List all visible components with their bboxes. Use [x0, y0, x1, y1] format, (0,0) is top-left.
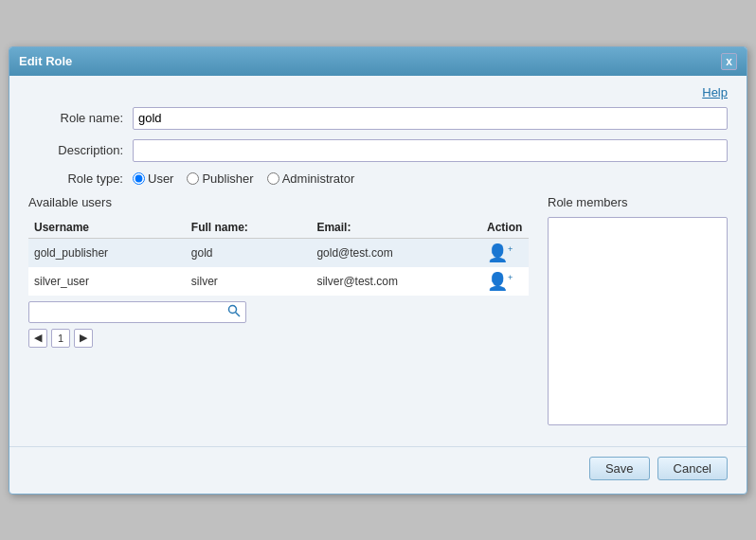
- prev-page-button[interactable]: ◀: [28, 329, 47, 348]
- cell-username: gold_publisher: [28, 238, 186, 267]
- add-user-icon[interactable]: 👤+: [487, 272, 513, 291]
- radio-user[interactable]: [133, 172, 145, 185]
- cancel-button[interactable]: Cancel: [657, 457, 728, 480]
- role-type-row: Role type: User Publisher Administrator: [28, 171, 728, 186]
- table-row: silver_user silver silver@test.com 👤+: [28, 267, 529, 296]
- dialog-title: Edit Role: [19, 54, 72, 68]
- radio-publisher[interactable]: [187, 172, 199, 185]
- col-action: Action: [481, 217, 529, 239]
- help-link[interactable]: Help: [702, 85, 728, 99]
- right-panel: Role members: [548, 195, 728, 425]
- role-type-administrator-label: Administrator: [282, 171, 355, 186]
- cell-username: silver_user: [28, 267, 186, 296]
- cell-email: silver@test.com: [311, 267, 481, 296]
- description-row: Description:: [28, 139, 728, 162]
- role-name-input[interactable]: [133, 107, 728, 130]
- role-members-title: Role members: [548, 195, 728, 209]
- left-panel: Available users Username Full name: Emai…: [28, 195, 529, 425]
- role-name-row: Role name:: [28, 107, 728, 130]
- search-input[interactable]: [29, 302, 223, 321]
- add-user-icon[interactable]: 👤+: [487, 243, 513, 262]
- role-type-user-label: User: [148, 171, 173, 186]
- col-username: Username: [28, 217, 186, 239]
- dialog-titlebar: Edit Role x: [9, 47, 747, 76]
- close-button[interactable]: x: [721, 53, 737, 70]
- cell-action: 👤+: [481, 267, 529, 296]
- role-name-label: Role name:: [28, 111, 133, 125]
- save-button[interactable]: Save: [589, 457, 650, 480]
- edit-role-dialog: Edit Role x Help Role name: Description:…: [9, 46, 747, 495]
- role-type-administrator[interactable]: Administrator: [267, 171, 355, 186]
- role-type-group: User Publisher Administrator: [133, 171, 354, 186]
- users-table: Username Full name: Email: Action gold_p…: [28, 217, 529, 296]
- table-header-row: Username Full name: Email: Action: [28, 217, 529, 239]
- cell-email: gold@test.com: [311, 238, 481, 267]
- dialog-footer: Save Cancel: [9, 446, 747, 494]
- cell-fullname: gold: [186, 238, 312, 267]
- description-label: Description:: [28, 143, 133, 157]
- search-button[interactable]: [223, 302, 245, 322]
- content-area: Available users Username Full name: Emai…: [28, 195, 728, 425]
- role-members-box: [548, 217, 728, 425]
- cell-fullname: silver: [186, 267, 312, 296]
- search-icon: [227, 304, 241, 317]
- role-type-user[interactable]: User: [133, 171, 173, 186]
- svg-line-1: [236, 312, 241, 316]
- pagination: ◀ 1 ▶: [28, 329, 529, 348]
- role-type-publisher-label: Publisher: [202, 171, 253, 186]
- col-email: Email:: [311, 217, 481, 239]
- role-type-publisher[interactable]: Publisher: [187, 171, 253, 186]
- role-type-label: Role type:: [28, 171, 133, 186]
- svg-point-0: [229, 305, 237, 313]
- description-input[interactable]: [133, 139, 728, 162]
- cell-action: 👤+: [481, 238, 529, 267]
- table-row: gold_publisher gold gold@test.com 👤+: [28, 238, 529, 267]
- next-page-button[interactable]: ▶: [74, 329, 93, 348]
- help-link-container: Help: [28, 85, 728, 99]
- available-users-title: Available users: [28, 195, 529, 209]
- page-number: 1: [51, 329, 70, 348]
- search-row: [28, 301, 246, 323]
- dialog-body: Help Role name: Description: Role type: …: [9, 76, 747, 439]
- col-fullname: Full name:: [186, 217, 312, 239]
- radio-administrator[interactable]: [267, 172, 279, 185]
